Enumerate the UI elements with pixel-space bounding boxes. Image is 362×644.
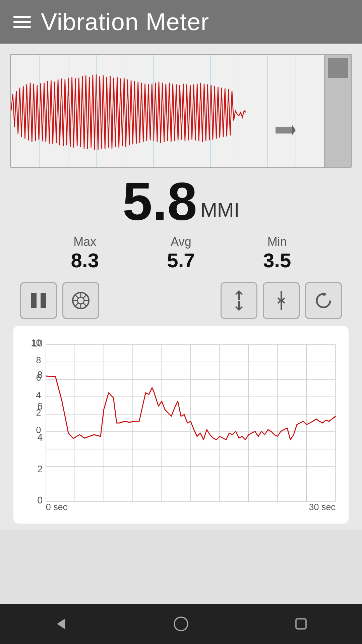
main-content: 5.8MMI Max 8.3 Avg 5.7 Min 3.5 xyxy=(0,44,362,530)
svg-text:0: 0 xyxy=(37,494,43,505)
svg-rect-2 xyxy=(31,293,37,308)
waveform-area xyxy=(11,55,324,167)
reset-button[interactable] xyxy=(305,282,342,319)
waveform-scrollbar[interactable] xyxy=(324,55,351,167)
avg-label: Avg xyxy=(171,235,191,249)
svg-text:8: 8 xyxy=(36,355,41,365)
stat-min: Min 3.5 xyxy=(263,235,291,272)
svg-point-5 xyxy=(77,297,84,304)
recents-icon xyxy=(293,615,310,632)
min-label: Min xyxy=(267,235,287,249)
expand-icon xyxy=(229,290,249,311)
max-label: Max xyxy=(73,235,96,249)
expand-button[interactable] xyxy=(221,282,257,319)
unit-label: MMI xyxy=(200,198,240,221)
pause-icon xyxy=(28,290,49,311)
svg-text:4: 4 xyxy=(37,431,43,443)
back-icon xyxy=(52,615,69,632)
line-chart-container: 10 8 6 4 2 0 10 8 6 4 2 0 0 sec 30 sec xyxy=(13,326,349,524)
svg-line-12 xyxy=(83,294,87,298)
chart-inner: 10 8 6 4 2 0 10 8 6 4 2 0 0 sec 30 sec xyxy=(20,336,342,510)
nav-recents-button[interactable] xyxy=(288,610,315,637)
max-value: 8.3 xyxy=(71,249,99,272)
nav-back-button[interactable] xyxy=(47,610,74,637)
svg-text:2: 2 xyxy=(37,463,43,474)
right-controls xyxy=(221,282,342,319)
bottom-nav xyxy=(0,604,362,644)
avg-value: 5.7 xyxy=(167,249,195,272)
line-chart-svg: 10 8 6 4 2 0 10 8 6 4 2 0 0 sec 30 sec xyxy=(20,336,342,510)
svg-rect-55 xyxy=(296,619,306,629)
svg-text:30 sec: 30 sec xyxy=(309,501,336,510)
stats-row: Max 8.3 Avg 5.7 Min 3.5 xyxy=(10,231,352,279)
svg-text:4: 4 xyxy=(36,389,41,400)
min-value: 3.5 xyxy=(263,249,291,272)
controls-row xyxy=(10,279,352,326)
svg-line-11 xyxy=(83,303,87,307)
camera-icon xyxy=(71,290,91,311)
svg-point-54 xyxy=(174,617,188,631)
stat-avg: Avg 5.7 xyxy=(167,235,195,272)
app-title: Vibration Meter xyxy=(41,8,209,36)
svg-line-13 xyxy=(75,303,78,307)
svg-text:10: 10 xyxy=(32,337,43,348)
camera-button[interactable] xyxy=(62,282,99,319)
needle-indicator xyxy=(276,120,296,140)
compress-icon xyxy=(271,290,291,311)
app-header: Vibration Meter xyxy=(0,0,362,44)
waveform-display xyxy=(10,54,352,168)
svg-line-10 xyxy=(75,294,78,298)
compress-button[interactable] xyxy=(263,282,300,319)
scrollbar-thumb[interactable] xyxy=(328,58,348,78)
menu-button[interactable] xyxy=(13,16,31,28)
stat-max: Max 8.3 xyxy=(71,235,99,272)
reset-icon xyxy=(313,290,334,311)
nav-home-button[interactable] xyxy=(168,610,194,637)
current-value: 5.8 xyxy=(122,174,197,228)
svg-text:6: 6 xyxy=(37,400,43,412)
svg-rect-0 xyxy=(276,127,292,133)
waveform-svg xyxy=(11,55,324,167)
svg-text:8: 8 xyxy=(37,369,43,380)
svg-rect-3 xyxy=(41,293,46,308)
svg-marker-53 xyxy=(57,619,65,629)
pause-button[interactable] xyxy=(20,282,57,319)
svg-text:0 sec: 0 sec xyxy=(46,501,67,510)
home-icon xyxy=(173,615,189,632)
current-reading: 5.8MMI xyxy=(10,168,352,231)
svg-marker-1 xyxy=(292,125,296,135)
